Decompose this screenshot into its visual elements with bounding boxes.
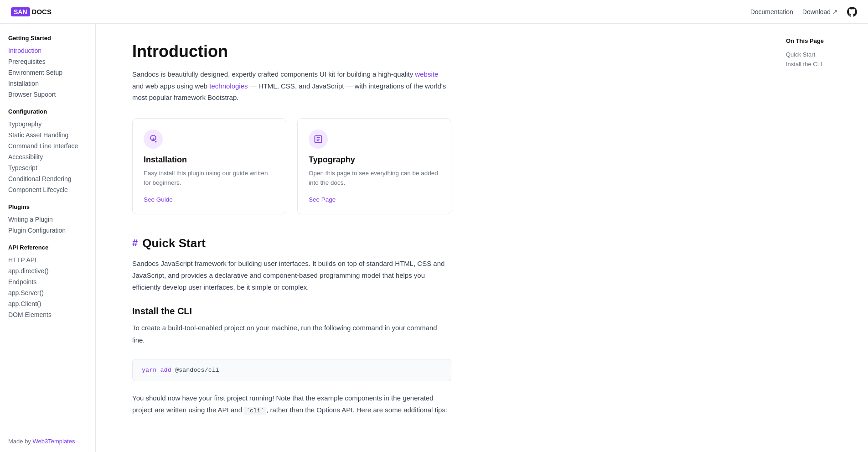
logo[interactable]: SAN DOCS [11, 7, 52, 16]
card-typography: Typography Open this page to see everyth… [297, 118, 451, 214]
toc: On This Page Quick StartInstall the CLI [777, 24, 868, 83]
footer-text: Made by [8, 438, 32, 445]
install-cli-heading: Install the CLI [132, 306, 749, 317]
cards-grid: Installation Easy install this plugin us… [132, 118, 451, 214]
card-installation-link[interactable]: See Guide [144, 196, 173, 203]
sidebar-item-plugin-configuration[interactable]: Plugin Configuration [8, 225, 95, 236]
sidebar-item-typescript[interactable]: Typescript [8, 162, 95, 173]
sidebar-item-dom-elements[interactable]: DOM Elements [8, 309, 95, 320]
quick-start-text: Sandocs JavaScript framework for buildin… [132, 258, 451, 294]
intro-text-1: Sandocs is beautifully designed, expertl… [132, 70, 415, 78]
footer-link[interactable]: Web3Templates [32, 438, 75, 445]
sidebar-footer: Made by Web3Templates [8, 438, 75, 445]
bottom-text-2: , rather than the Options API. Here are … [266, 406, 447, 414]
logo-docs: DOCS [32, 8, 52, 16]
sidebar-item-app-client--[interactable]: app.Client() [8, 298, 95, 309]
bottom-code: `cli` [244, 407, 266, 415]
intro-text-2: and web apps using web [132, 82, 209, 90]
card-installation-desc: Easy install this plugin using our guide… [144, 168, 275, 188]
sidebar-section-title: API Reference [8, 244, 95, 251]
sidebar-item-installation[interactable]: Installation [8, 78, 95, 89]
main-content: Introduction Sandocs is beautifully desi… [96, 24, 777, 452]
toc-item-install-the-cli[interactable]: Install the CLI [786, 59, 859, 69]
bottom-text: You should now have your first project r… [132, 392, 451, 416]
svg-point-0 [155, 141, 156, 142]
sidebar-item-command-line-interface[interactable]: Command Line Interface [8, 140, 95, 151]
sidebar-item-accessibility[interactable]: Accessibility [8, 151, 95, 162]
sidebar-item-app-directive--[interactable]: app.directive() [8, 265, 95, 276]
sidebar: Getting StartedIntroductionPrerequisites… [0, 24, 96, 452]
intro-paragraph: Sandocs is beautifully designed, expertl… [132, 68, 451, 104]
toc-item-quick-start[interactable]: Quick Start [786, 50, 859, 59]
hash-icon: # [132, 237, 138, 249]
intro-link-technologies[interactable]: technologies [209, 82, 248, 90]
header: SAN DOCS Documentation Download ↗ [0, 0, 868, 24]
intro-link-website[interactable]: website [415, 70, 438, 78]
nav-download-link[interactable]: Download ↗ [802, 8, 838, 16]
card-typography-link[interactable]: See Page [309, 196, 336, 203]
card-installation: Installation Easy install this plugin us… [132, 118, 286, 214]
code-block: yarn add @sandocs/cli [132, 359, 451, 381]
sidebar-item-app-server--[interactable]: app.Server() [8, 287, 95, 298]
card-installation-title: Installation [144, 155, 275, 165]
sidebar-item-http-api[interactable]: HTTP API [8, 255, 95, 265]
install-cli-text: To create a build-tool-enabled project o… [132, 322, 451, 346]
card-typography-icon [309, 130, 328, 149]
quick-start-heading: # Quick Start [132, 236, 749, 250]
logo-san: SAN [11, 7, 30, 16]
toc-title: On This Page [786, 37, 859, 44]
sidebar-item-conditional-rendering[interactable]: Conditional Rendering [8, 173, 95, 184]
sidebar-item-static-asset-handling[interactable]: Static Asset Handling [8, 130, 95, 140]
sidebar-item-browser-supoort[interactable]: Browser Supoort [8, 89, 95, 100]
sidebar-item-typography[interactable]: Typography [8, 119, 95, 130]
quick-start-title: Quick Start [142, 236, 206, 250]
sidebar-item-introduction[interactable]: Introduction [8, 45, 95, 56]
sidebar-section-title: Getting Started [8, 35, 95, 42]
code-value: @sandocs/cli [171, 367, 219, 374]
card-typography-desc: Open this page to see everything can be … [309, 168, 440, 188]
header-nav: Documentation Download ↗ [750, 7, 857, 17]
sidebar-item-component-lifecycle[interactable]: Component Lifecycle [8, 184, 95, 195]
sidebar-item-endpoints[interactable]: Endpoints [8, 276, 95, 287]
sidebar-item-writing-a-plugin[interactable]: Writing a Plugin [8, 214, 95, 225]
sidebar-section-title: Configuration [8, 108, 95, 115]
sidebar-item-environment-setup[interactable]: Environment Setup [8, 67, 95, 78]
github-icon[interactable] [847, 7, 857, 17]
card-typography-title: Typography [309, 155, 440, 165]
page-title: Introduction [132, 42, 749, 61]
sidebar-section-title: Plugins [8, 203, 95, 210]
sidebar-item-prerequisites[interactable]: Prerequisites [8, 56, 95, 67]
nav-documentation-link[interactable]: Documentation [750, 8, 793, 16]
code-keyword: yarn add [142, 367, 171, 374]
download-label: Download ↗ [802, 8, 838, 16]
card-installation-icon [144, 130, 163, 149]
layout: Getting StartedIntroductionPrerequisites… [0, 0, 868, 452]
